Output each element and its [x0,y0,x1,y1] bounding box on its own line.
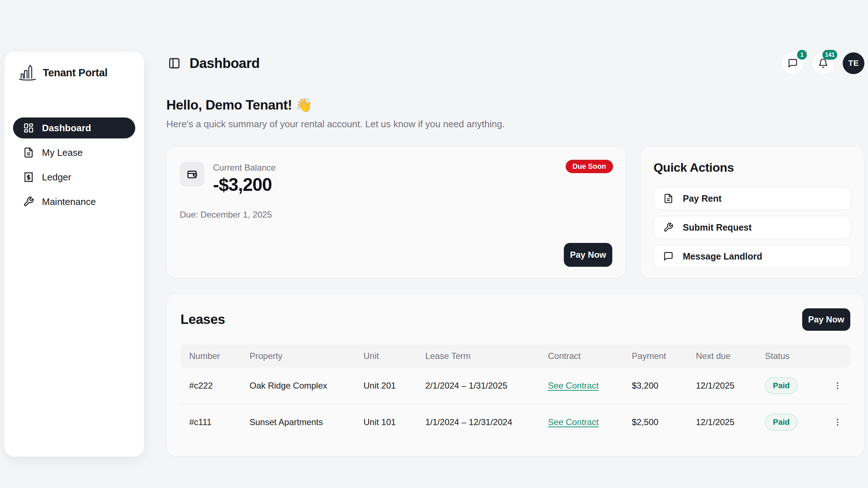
lease-payment: $2,500 [623,417,687,427]
panel-left-icon [168,57,180,69]
leases-header: Leases Pay Now [180,308,850,331]
action-label: Pay Rent [683,193,722,204]
quick-actions-title: Quick Actions [654,160,851,175]
file-text-icon [23,147,34,158]
submit-request-button[interactable]: Submit Request [654,216,851,239]
user-avatar[interactable]: TE [843,52,864,74]
lease-term: 2/1/2024 – 1/31/2025 [417,381,539,391]
pay-now-button[interactable]: Pay Now [564,243,612,267]
column-header: Status [756,351,816,361]
kebab-icon [833,418,842,427]
table-row: #c222 Oak Ridge Complex Unit 201 2/1/202… [180,368,850,404]
column-header: Property [241,351,355,361]
pay-rent-button[interactable]: Pay Rent [654,187,851,210]
row-menu-button[interactable] [830,378,846,394]
message-landlord-button[interactable]: Message Landlord [654,245,851,268]
greeting: Hello, Demo Tenant! 👋 Here's a quick sum… [166,97,864,130]
greeting-subtitle: Here's a quick summary of your rental ac… [166,119,864,130]
topbar-actions: 1 141 TE [782,52,864,74]
sidebar-item-dashboard[interactable]: Dashboard [13,117,135,138]
greeting-title: Hello, Demo Tenant! 👋 [166,97,864,113]
column-header: Number [180,351,241,361]
due-date: Due: December 1, 2025 [180,210,612,220]
see-contract-link[interactable]: See Contract [548,381,599,390]
notifications-button[interactable]: 141 [812,52,834,74]
status-badge: Paid [765,414,797,431]
sidebar-nav: Dashboard My Lease Ledger [13,117,135,212]
summary-row: Current Balance -$3,200 Due Soon Due: De… [166,146,864,278]
receipt-icon [23,172,34,183]
lease-property: Sunset Apartments [241,417,355,427]
table-row: #c111 Sunset Apartments Unit 101 1/1/202… [180,404,850,440]
leases-pay-now-button[interactable]: Pay Now [802,308,850,331]
leases-title: Leases [180,312,225,327]
file-text-icon [663,193,673,204]
kebab-icon [833,381,842,390]
sidebar-item-maintenance[interactable]: Maintenance [13,191,135,212]
messages-button[interactable]: 1 [782,52,804,74]
balance-label: Current Balance [213,163,276,173]
column-header: Unit [355,351,417,361]
notifications-count-badge: 141 [822,50,837,60]
sidebar-item-my-lease[interactable]: My Lease [13,142,135,163]
page-title: Dashboard [190,56,260,71]
lease-number: #c222 [180,381,241,391]
lease-unit: Unit 101 [355,417,417,427]
column-header: Contract [539,351,623,361]
due-soon-badge: Due Soon [566,160,613,173]
sidebar: Tenant Portal Dashboard My Lease [4,52,144,457]
message-icon [663,251,673,261]
leases-table: Number Property Unit Lease Term Contract… [180,344,850,440]
message-icon [788,58,798,68]
messages-count-badge: 1 [797,50,807,60]
brand: Tenant Portal [13,63,135,83]
see-contract-link[interactable]: See Contract [548,417,599,427]
sidebar-toggle-button[interactable] [166,55,182,71]
column-header: Next due [687,351,756,361]
lease-property: Oak Ridge Complex [241,381,355,391]
topbar: Dashboard 1 141 [166,52,864,75]
row-menu-button[interactable] [830,414,846,430]
lease-number: #c111 [180,417,241,427]
wrench-icon [663,222,673,232]
column-header: Lease Term [417,351,539,361]
lease-next-due: 12/1/2025 [687,381,756,391]
lease-term: 1/1/2024 – 12/31/2024 [417,417,539,427]
dashboard-icon [23,123,34,133]
balance-card: Current Balance -$3,200 Due Soon Due: De… [166,146,626,278]
tenant-portal-page: Tenant Portal Dashboard My Lease [0,0,868,488]
sidebar-item-label: Dashboard [42,123,91,134]
sidebar-item-label: My Lease [42,147,83,158]
sidebar-item-ledger[interactable]: Ledger [13,167,135,188]
sidebar-item-label: Maintenance [42,196,96,207]
table-header-row: Number Property Unit Lease Term Contract… [180,344,850,368]
action-label: Message Landlord [683,251,762,262]
balance-amount: -$3,200 [213,174,276,195]
quick-actions-card: Quick Actions Pay Rent Subm [640,146,864,278]
brand-name: Tenant Portal [43,67,107,79]
balance-header: Current Balance -$3,200 [180,162,612,195]
status-badge: Paid [765,377,797,394]
brand-logo-icon [17,63,38,83]
lease-next-due: 12/1/2025 [687,417,756,427]
lease-payment: $3,200 [623,381,687,391]
sidebar-item-label: Ledger [42,172,71,183]
action-label: Submit Request [683,222,752,233]
column-header: Payment [623,351,687,361]
wallet-icon [180,162,204,187]
leases-card: Leases Pay Now Number Property Unit Leas… [166,294,864,457]
bell-icon [818,58,828,68]
wrench-icon [23,196,34,207]
lease-unit: Unit 201 [355,381,417,391]
main-content: Dashboard 1 141 [166,52,864,457]
